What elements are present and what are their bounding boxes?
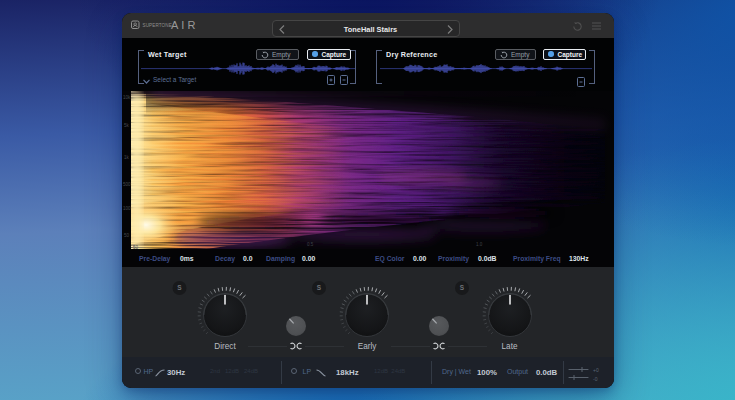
svg-text:SUPERTONE: SUPERTONE [143, 23, 172, 28]
svg-text:-0: -0 [593, 376, 598, 382]
svg-text:10k: 10k [123, 95, 131, 100]
svg-text:5k: 5k [124, 123, 130, 128]
svg-text:1k: 1k [124, 155, 130, 160]
svg-text:50: 50 [133, 245, 139, 250]
svg-text:AIR: AIR [171, 19, 198, 31]
svg-text:100: 100 [123, 206, 131, 211]
svg-text:50: 50 [124, 233, 130, 238]
svg-text:S: S [317, 284, 322, 291]
svg-text:1.0: 1.0 [476, 242, 483, 247]
svg-text:S: S [177, 284, 182, 291]
svg-text:500: 500 [123, 182, 131, 187]
svg-text:+0: +0 [593, 367, 599, 373]
svg-text:0.5: 0.5 [307, 242, 314, 247]
svg-text:S: S [460, 284, 465, 291]
